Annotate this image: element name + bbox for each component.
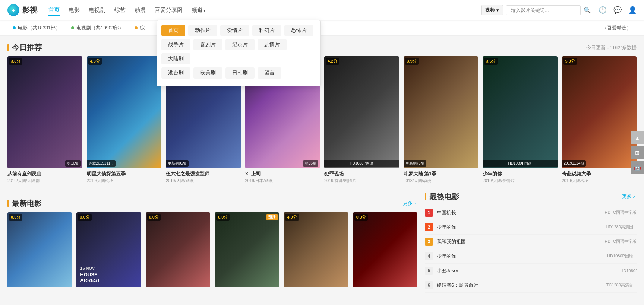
movie-card-8[interactable]: 5.0分 20191114期 奇葩说第六季 2019/大陆/综艺 — [562, 56, 637, 184]
newest-card-4[interactable]: 0.0分 预播 — [215, 212, 279, 305]
newest-card-1[interactable]: 0.0分 — [7, 212, 72, 305]
dropdown-item-romance[interactable]: 爱情片 — [220, 25, 249, 36]
dropdown-item-documentary[interactable]: 纪录片 — [225, 39, 255, 50]
hot-movie-quality-2: HD1280高清国... — [606, 224, 637, 230]
episode-badge: 第16集 — [65, 160, 80, 167]
android-icon[interactable]: 🤖 — [631, 161, 644, 174]
hot-movie-4[interactable]: 4 少年的你 HD1080P国语... — [425, 249, 637, 264]
nav-movies[interactable]: 电影 — [69, 5, 80, 15]
movie-meta: 2019/大陆/爱情片 — [483, 178, 558, 184]
movie-title: 犯罪现场 — [324, 171, 399, 177]
score-badge: 4.3分 — [88, 58, 102, 65]
episode-badge: 第06集 — [303, 160, 318, 167]
dropdown-item-horror[interactable]: 恐怖片 — [284, 25, 313, 36]
header-icons: 🕐 💬 👤 — [599, 6, 637, 14]
dropdown-item-jk-drama[interactable]: 日韩剧 — [225, 67, 255, 79]
nav-tv[interactable]: 电视剧 — [89, 5, 105, 15]
user-icon[interactable]: 👤 — [628, 6, 637, 14]
nav-anime[interactable]: 动漫 — [135, 5, 146, 15]
today-movie-grid: 3.8分 第16集 从前有座剑灵山 2019/大陆/大陆剧 4.3分 连载201… — [7, 56, 637, 184]
movie-card-7[interactable]: 3.5分 HD1080P国语 少年的你 2019/大陆/爱情片 — [483, 56, 558, 184]
dropdown-row-3: 港台剧 欧美剧 日韩剧 留言 — [161, 67, 316, 79]
search-area: 视频 ▾ 🔍 — [481, 5, 591, 15]
score-badge: 0.0分 — [9, 214, 22, 221]
dropdown-item-home[interactable]: 首页 — [161, 25, 185, 36]
cat-tab-tv-label: 电视剧（共10903部） — [76, 25, 124, 31]
nav-home[interactable]: 首页 — [48, 5, 60, 16]
newest-more-link[interactable]: 更多＞ — [403, 200, 417, 207]
update-badge: 更新到05集 — [166, 160, 189, 167]
newest-card-5[interactable]: 4.0分 — [284, 212, 348, 305]
hot-movie-quality-3: HDTC国语中字版 — [604, 239, 637, 244]
score-badge: 0.0分 — [78, 214, 91, 221]
cat-tab-special[interactable]: （吾爱精选） — [597, 25, 637, 31]
movie-meta: 2019/大陆/综艺 — [87, 178, 162, 184]
message-icon[interactable]: 💬 — [613, 6, 622, 14]
update-badge: 更新到78集 — [404, 160, 426, 167]
windows-icon[interactable]: ⊞ — [631, 146, 644, 159]
dropdown-item-comedy[interactable]: 喜剧片 — [193, 39, 222, 50]
dropdown-row-2: 战争片 喜剧片 纪录片 剧情片 大陆剧 — [161, 39, 316, 64]
movie-card-6[interactable]: 3.9分 更新到78集 斗罗大陆 第1季 2018/大陆/动漫 — [404, 56, 479, 184]
hot-movie-2[interactable]: 2 少年的你 HD1280高清国... — [425, 220, 637, 235]
dropdown-item-mainland-drama[interactable]: 大陆剧 — [161, 53, 190, 64]
cat-tab-variety[interactable]: 综… — [129, 20, 155, 36]
dropdown-item-war[interactable]: 战争片 — [161, 39, 190, 50]
score-badge: 5.0分 — [564, 58, 577, 65]
search-type-button[interactable]: 视频 ▾ — [481, 5, 503, 15]
main-nav: 首页 电影 电视剧 综艺 动漫 吾爱分享网 频道▾ — [48, 5, 206, 16]
hot-movie-name-3: 我和我的祖国 — [437, 238, 604, 245]
movie-card-5[interactable]: 4.2分 HD1080P国语 犯罪现场 2019/香港/剧情片 — [324, 56, 399, 184]
hottest-more-link[interactable]: 更多＞ — [622, 193, 637, 200]
hot-movie-6[interactable]: 6 终结者6：黑暗命运 TC1280高清台... — [425, 278, 637, 293]
movie-title: 少年的你 — [483, 171, 558, 177]
hottest-list: 1 中国机长 HDTC国语中字版 2 少年的你 HD1280高清国... 3 我… — [425, 206, 637, 293]
search-input[interactable] — [506, 5, 581, 15]
nav-share[interactable]: 吾爱分享网 — [155, 5, 183, 15]
dropdown-item-action[interactable]: 动作片 — [188, 25, 217, 36]
bottom-section: 最新电影 更多＞ 0.0分 0.0分 15 NOV — [7, 192, 637, 305]
cat-tab-movie[interactable]: 电影（共18331部） — [7, 20, 66, 36]
hot-movie-5[interactable]: 5 小丑Joker HD1080f — [425, 264, 637, 278]
dot-icon — [135, 26, 138, 29]
nav-variety[interactable]: 综艺 — [114, 5, 126, 15]
score-badge: 0.0分 — [147, 214, 161, 221]
newest-card-3[interactable]: 0.0分 — [146, 212, 210, 305]
logo-icon: ● — [7, 4, 19, 16]
score-badge: 0.0分 — [216, 214, 230, 221]
logo[interactable]: ● 影视 — [7, 4, 37, 16]
scroll-top-button[interactable]: ▲ — [631, 131, 644, 144]
cat-tab-tv[interactable]: 电视剧（共10903部） — [66, 20, 129, 36]
hot-rank-4: 4 — [425, 252, 433, 260]
newest-title: 最新电影 — [7, 198, 42, 209]
nav-channel[interactable]: 频道▾ — [192, 5, 206, 15]
dot-icon — [13, 26, 16, 29]
hot-movie-name-4: 少年的你 — [437, 253, 607, 260]
dropdown-item-scifi[interactable]: 科幻片 — [252, 25, 281, 36]
dropdown-item-drama[interactable]: 剧情片 — [258, 39, 287, 50]
dropdown-item-comment[interactable]: 留言 — [258, 67, 281, 79]
movie-title: 伍六七之最强发型师 — [166, 171, 241, 177]
hot-movie-name-2: 少年的你 — [437, 224, 606, 231]
hot-movie-1[interactable]: 1 中国机长 HDTC国语中字版 — [425, 206, 637, 220]
movie-card-2[interactable]: 4.3分 连载2019111... 明星大侦探第五季 2019/大陆/综艺 — [87, 56, 162, 184]
movie-card-1[interactable]: 3.8分 第16集 从前有座剑灵山 2019/大陆/大陆剧 — [7, 56, 82, 184]
category-bar: 电影（共18331部） 电视剧（共10903部） 综… （吾爱精选） — [0, 20, 644, 36]
history-icon[interactable]: 🕐 — [599, 6, 607, 14]
movie-meta: 2019/大陆/动漫 — [166, 178, 241, 184]
movie-title: 奇葩说第六季 — [562, 171, 637, 177]
hot-movie-name-5: 小丑Joker — [437, 267, 621, 274]
preview-badge: 预播 — [266, 214, 278, 220]
hot-movie-3[interactable]: 3 我和我的祖国 HDTC国语中字版 — [425, 235, 637, 249]
hottest-title: 最热电影 — [425, 192, 459, 202]
dropdown-item-western-drama[interactable]: 欧美剧 — [193, 67, 222, 79]
newest-card-6[interactable]: 0.0分 — [353, 212, 417, 305]
hottest-header: 最热电影 更多＞ — [425, 192, 637, 202]
side-buttons: ▲ ⊞ 🤖 — [631, 131, 644, 174]
newest-card-2[interactable]: 0.0分 15 NOV HOUSEARREST — [76, 212, 141, 305]
score-badge: 3.5分 — [484, 58, 498, 65]
score-badge: 4.0分 — [285, 214, 299, 221]
movie-meta: 2019/香港/剧情片 — [324, 178, 399, 184]
dropdown-item-hktw-drama[interactable]: 港台剧 — [161, 67, 190, 79]
search-button[interactable]: 🔍 — [584, 7, 591, 14]
